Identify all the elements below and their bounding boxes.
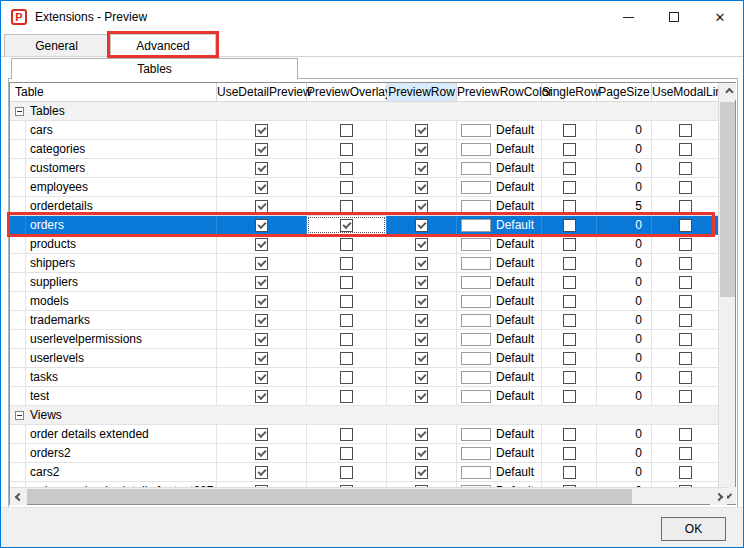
checkbox-previewrow[interactable]: [415, 276, 428, 289]
cell-previewrow[interactable]: [387, 254, 457, 273]
cell-previewoverlay[interactable]: [307, 463, 387, 482]
checkbox-previewoverlay[interactable]: [340, 181, 353, 194]
cell-pagesize[interactable]: 0: [597, 292, 652, 311]
checkbox-previewrow[interactable]: [415, 124, 428, 137]
cell-pagesize[interactable]: 0: [597, 178, 652, 197]
table-row-userlevels[interactable]: userlevelsDefault0: [10, 349, 727, 368]
table-row-userlevelpermissions[interactable]: userlevelpermissionsDefault0: [10, 330, 727, 349]
checkbox-usedetailpreview[interactable]: [255, 428, 268, 441]
column-header-previewoverlay[interactable]: PreviewOverlay: [307, 83, 387, 101]
cell-previewrowcolor[interactable]: Default: [457, 121, 542, 140]
scroll-right-button[interactable]: [710, 488, 727, 505]
cell-pagesize[interactable]: 0: [597, 254, 652, 273]
group-row-views[interactable]: Views: [10, 406, 727, 425]
checkbox-previewoverlay[interactable]: [340, 314, 353, 327]
cell-usedetailpreview[interactable]: [217, 235, 307, 254]
checkbox-singlerow[interactable]: [563, 314, 576, 327]
column-header-singlerow[interactable]: SingleRow: [542, 83, 597, 101]
color-swatch[interactable]: [461, 257, 491, 270]
cell-previewrowcolor[interactable]: Default: [457, 216, 542, 235]
cell-previewrowcolor[interactable]: Default: [457, 273, 542, 292]
checkbox-previewoverlay[interactable]: [340, 428, 353, 441]
cell-name[interactable]: models: [10, 292, 217, 311]
table-row-test[interactable]: testDefault0: [10, 387, 727, 406]
checkbox-usedetailpreview[interactable]: [255, 314, 268, 327]
cell-pagesize[interactable]: 5: [597, 197, 652, 216]
cell-usedetailpreview[interactable]: [217, 140, 307, 159]
checkbox-previewoverlay[interactable]: [340, 352, 353, 365]
collapse-icon[interactable]: [15, 411, 24, 420]
subtab-tables[interactable]: Tables: [11, 58, 298, 79]
checkbox-singlerow[interactable]: [563, 295, 576, 308]
table-row-products[interactable]: productsDefault0: [10, 235, 727, 254]
checkbox-previewrow[interactable]: [415, 428, 428, 441]
table-row-models[interactable]: modelsDefault0: [10, 292, 727, 311]
checkbox-previewrow[interactable]: [415, 447, 428, 460]
cell-pagesize[interactable]: 0: [597, 349, 652, 368]
cell-name[interactable]: employees: [10, 178, 217, 197]
checkbox-usedetailpreview[interactable]: [255, 200, 268, 213]
cell-usemodallinks[interactable]: [652, 140, 719, 159]
cell-previewoverlay[interactable]: [307, 368, 387, 387]
table-row-order-details-extended[interactable]: order details extendedDefault0: [10, 425, 727, 444]
color-swatch[interactable]: [461, 276, 491, 289]
cell-singlerow[interactable]: [542, 273, 597, 292]
scroll-left-button[interactable]: [10, 488, 27, 505]
checkbox-previewrow[interactable]: [415, 257, 428, 270]
cell-previewrow[interactable]: [387, 178, 457, 197]
checkbox-previewrow[interactable]: [415, 219, 428, 232]
cell-usedetailpreview[interactable]: [217, 273, 307, 292]
checkbox-usemodallinks[interactable]: [679, 371, 692, 384]
checkbox-previewoverlay[interactable]: [340, 257, 353, 270]
table-row-tasks[interactable]: tasksDefault0: [10, 368, 727, 387]
checkbox-usemodallinks[interactable]: [679, 181, 692, 194]
scroll-up-button[interactable]: [719, 83, 736, 100]
cell-pagesize[interactable]: 0: [597, 425, 652, 444]
checkbox-usedetailpreview[interactable]: [255, 162, 268, 175]
checkbox-previewrow[interactable]: [415, 295, 428, 308]
cell-singlerow[interactable]: [542, 368, 597, 387]
cell-usemodallinks[interactable]: [652, 216, 719, 235]
cell-previewrowcolor[interactable]: Default: [457, 349, 542, 368]
cell-usemodallinks[interactable]: [652, 254, 719, 273]
color-swatch[interactable]: [461, 390, 491, 403]
cell-previewoverlay[interactable]: [307, 121, 387, 140]
checkbox-usedetailpreview[interactable]: [255, 466, 268, 479]
cell-previewrowcolor[interactable]: Default: [457, 330, 542, 349]
table-row-trademarks[interactable]: trademarksDefault0: [10, 311, 727, 330]
checkbox-previewoverlay[interactable]: [340, 276, 353, 289]
checkbox-usedetailpreview[interactable]: [255, 276, 268, 289]
checkbox-singlerow[interactable]: [563, 466, 576, 479]
cell-previewoverlay[interactable]: [307, 197, 387, 216]
tab-advanced[interactable]: Advanced: [110, 34, 216, 58]
cell-previewoverlay[interactable]: [307, 235, 387, 254]
cell-previewrow[interactable]: [387, 140, 457, 159]
cell-usedetailpreview[interactable]: [217, 254, 307, 273]
cell-name[interactable]: orderdetails: [10, 197, 217, 216]
color-swatch[interactable]: [461, 314, 491, 327]
table-row-orders2[interactable]: orders2Default0: [10, 444, 727, 463]
cell-singlerow[interactable]: [542, 292, 597, 311]
checkbox-usemodallinks[interactable]: [679, 219, 692, 232]
cell-singlerow[interactable]: [542, 216, 597, 235]
cell-singlerow[interactable]: [542, 444, 597, 463]
checkbox-previewrow[interactable]: [415, 314, 428, 327]
cell-singlerow[interactable]: [542, 121, 597, 140]
checkbox-usemodallinks[interactable]: [679, 124, 692, 137]
cell-name[interactable]: categories: [10, 140, 217, 159]
checkbox-previewrow[interactable]: [415, 238, 428, 251]
checkbox-usemodallinks[interactable]: [679, 143, 692, 156]
column-header-previewrowcolor[interactable]: PreviewRowColor: [457, 83, 542, 101]
cell-usemodallinks[interactable]: [652, 121, 719, 140]
cell-name[interactable]: userlevels: [10, 349, 217, 368]
cell-usedetailpreview[interactable]: [217, 292, 307, 311]
cell-singlerow[interactable]: [542, 311, 597, 330]
checkbox-usedetailpreview[interactable]: [255, 447, 268, 460]
cell-previewoverlay[interactable]: [307, 311, 387, 330]
cell-pagesize[interactable]: 0: [597, 159, 652, 178]
checkbox-usemodallinks[interactable]: [679, 352, 692, 365]
color-swatch[interactable]: [461, 200, 491, 213]
cell-usemodallinks[interactable]: [652, 368, 719, 387]
checkbox-usedetailpreview[interactable]: [255, 333, 268, 346]
cell-singlerow[interactable]: [542, 387, 597, 406]
